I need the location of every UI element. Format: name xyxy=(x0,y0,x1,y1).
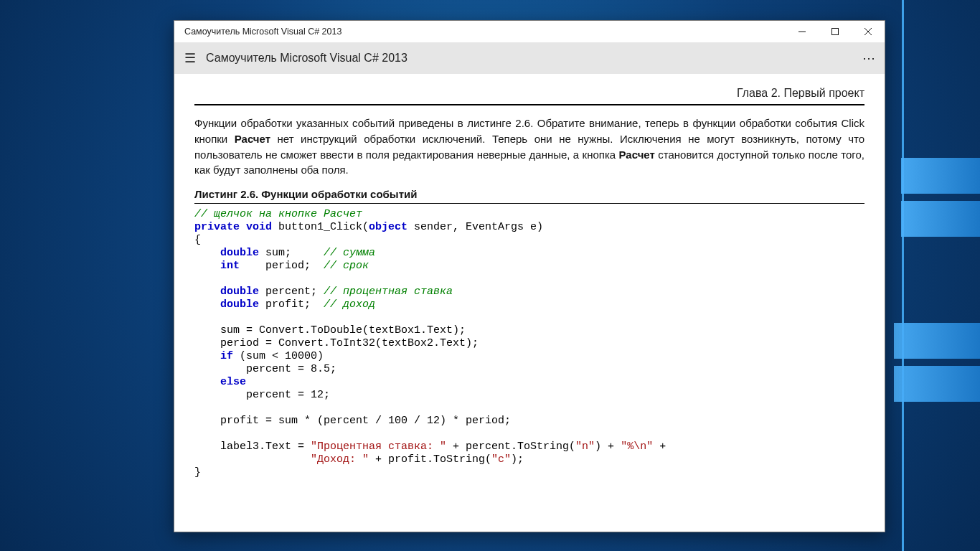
keyword: object xyxy=(369,221,407,233)
string: "Процентная ставка: " xyxy=(311,441,446,453)
comment: // щелчок на кнопке Расчет xyxy=(194,208,362,220)
code-text: period; xyxy=(240,260,324,272)
chapter-heading: Глава 2. Первый проект xyxy=(194,84,864,105)
page-content: Глава 2. Первый проект Функции обработки… xyxy=(174,74,885,532)
string: "n" xyxy=(575,441,595,453)
code-text: } xyxy=(194,466,201,479)
maximize-button[interactable] xyxy=(819,21,852,42)
keyword: int xyxy=(220,260,240,272)
comment: // сумма xyxy=(324,247,375,259)
keyword: if xyxy=(220,350,233,362)
code-listing: // щелчок на кнопке Расчет private void … xyxy=(194,208,864,479)
code-text: (sum < 10000) xyxy=(233,350,324,362)
reader-toolbar: ☰ Самоучитель Microsoft Visual C# 2013 ⋯ xyxy=(174,42,885,74)
keyword: private xyxy=(194,221,240,233)
wallpaper-accent xyxy=(894,366,980,402)
book-title: Самоучитель Microsoft Visual C# 2013 xyxy=(206,52,407,65)
code-text: percent = 12; xyxy=(194,389,330,401)
desktop-background: Самоучитель Microsoft Visual C# 2013 ☰ С… xyxy=(0,0,980,551)
code-text: period = Convert.ToInt32(textBox2.Text); xyxy=(194,337,479,349)
comment: // срок xyxy=(324,260,369,272)
code-text: + percent.ToString( xyxy=(446,441,575,453)
listing-title: Листинг 2.6. Функции обработки событий xyxy=(194,188,864,204)
code-text: percent = 8.5; xyxy=(194,363,336,375)
code-text: profit; xyxy=(259,298,324,311)
reader-window: Самоучитель Microsoft Visual C# 2013 ☰ С… xyxy=(174,20,885,532)
code-text: label3.Text = xyxy=(194,441,311,453)
string: "Доход: " xyxy=(311,453,369,466)
window-title: Самоучитель Microsoft Visual C# 2013 xyxy=(174,27,786,37)
close-button[interactable] xyxy=(852,21,885,42)
string: "c" xyxy=(491,453,511,466)
keyword: double xyxy=(220,286,259,298)
string: "%\n" xyxy=(621,441,653,453)
code-text: percent; xyxy=(259,286,324,298)
keyword: double xyxy=(220,247,259,259)
code-text: sum; xyxy=(259,247,324,259)
keyword: void xyxy=(246,221,272,233)
code-text: ); xyxy=(511,453,524,466)
code-text: sender, EventArgs e) xyxy=(407,221,543,233)
code-text: ) + xyxy=(595,441,621,453)
wallpaper-accent xyxy=(901,201,980,237)
bold: Расчет xyxy=(619,149,655,161)
window-titlebar[interactable]: Самоучитель Microsoft Visual C# 2013 xyxy=(174,21,885,42)
bold: Расчет xyxy=(235,133,270,145)
body-paragraph: Функции обработки указанных событий прив… xyxy=(194,116,864,178)
more-icon[interactable]: ⋯ xyxy=(853,50,885,66)
code-text: + xyxy=(653,441,666,453)
code-text: sum = Convert.ToDouble(textBox1.Text); xyxy=(194,324,466,336)
wallpaper-accent xyxy=(894,323,980,359)
comment: // процентная ставка xyxy=(324,286,453,298)
wallpaper-accent xyxy=(901,158,980,194)
minimize-button[interactable] xyxy=(786,21,819,42)
code-text: + profit.ToString( xyxy=(369,453,491,466)
code-text xyxy=(194,453,311,466)
comment: // доход xyxy=(324,298,375,311)
code-text: profit = sum * (percent / 100 / 12) * pe… xyxy=(194,415,511,427)
svg-rect-1 xyxy=(832,29,839,35)
keyword: double xyxy=(220,298,259,311)
keyword: else xyxy=(220,376,246,388)
code-text: button1_Click( xyxy=(272,221,369,233)
code-text: { xyxy=(194,234,201,246)
toc-icon[interactable]: ☰ xyxy=(174,50,206,66)
